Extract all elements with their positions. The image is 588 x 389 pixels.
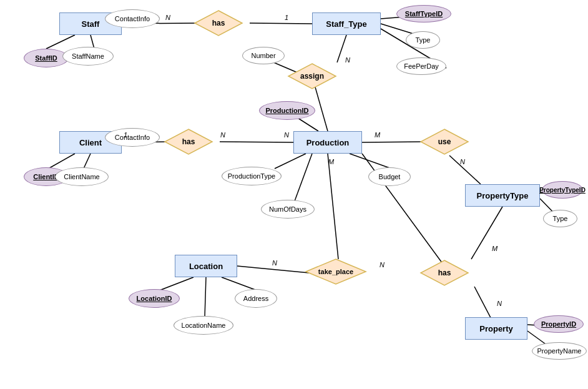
er-diagram: Staff Staff_Type Client Production Prope… <box>0 0 588 389</box>
ellipse-contact-info-1: ContactInfo <box>105 9 160 28</box>
ellipse-address: Address <box>235 289 277 308</box>
svg-line-12 <box>220 142 293 142</box>
ellipse-number: Number <box>242 47 285 64</box>
cardinality-n5: N <box>460 158 465 165</box>
ellipse-num-of-days: NumOfDays <box>261 200 315 219</box>
diamond-take-place: take_place <box>305 258 367 285</box>
diamond-assign: assign <box>287 62 337 90</box>
entity-property-type: PropertyType <box>465 184 540 207</box>
cardinality-n7: N <box>380 261 385 268</box>
ellipse-property-name: PropertyName <box>532 342 587 360</box>
ellipse-client-name: ClientName <box>55 167 109 186</box>
ellipse-property-type-id: PropertyTypeID <box>542 181 583 199</box>
ellipse-staff-name: StaffName <box>62 47 114 66</box>
ellipse-staff-id: StaffID <box>24 49 69 67</box>
ellipse-production-id: ProductionID <box>259 101 315 120</box>
svg-line-20 <box>362 142 424 142</box>
cardinality-n8: N <box>497 300 502 307</box>
ellipse-location-id: LocationID <box>129 289 180 308</box>
diamond-has1: has <box>194 9 243 37</box>
entity-property: Property <box>465 317 527 340</box>
ellipse-staff-type-id: StaffTypeID <box>396 5 451 22</box>
svg-line-18 <box>295 154 312 201</box>
svg-line-29 <box>237 266 309 273</box>
ellipse-fee-per-day: FeePerDay <box>396 57 446 75</box>
svg-line-5 <box>46 35 75 49</box>
cardinality-n1: N <box>165 14 170 21</box>
entity-location: Location <box>175 255 237 277</box>
cardinality-n2: N <box>345 56 350 64</box>
cardinality-n6: N <box>272 259 277 267</box>
svg-line-19 <box>350 154 391 169</box>
entity-production: Production <box>293 131 362 154</box>
cardinality-1b: 1 <box>124 131 127 139</box>
entity-staff-type: Staff_Type <box>312 12 381 35</box>
ellipse-budget: Budget <box>368 167 411 186</box>
cardinality-m2: M <box>328 158 334 165</box>
diamond-has3: has <box>419 259 469 287</box>
svg-line-32 <box>205 277 206 317</box>
cardinality-m3: M <box>492 245 497 252</box>
ellipse-location-name: LocationName <box>174 316 233 335</box>
cardinality-n3: N <box>220 131 225 139</box>
diamond-use: use <box>419 128 469 155</box>
svg-line-17 <box>275 154 306 169</box>
ellipse-production-type: ProductionType <box>222 167 282 185</box>
svg-line-28 <box>328 154 338 259</box>
ellipse-property-id: PropertyID <box>534 315 584 333</box>
cardinality-m1: M <box>375 131 380 139</box>
svg-line-1 <box>250 23 312 24</box>
ellipse-type-1: Type <box>406 31 440 49</box>
svg-line-24 <box>471 207 502 259</box>
diamond-has2: has <box>164 128 213 155</box>
ellipse-type-2: Type <box>543 210 577 227</box>
cardinality-1a: 1 <box>285 14 288 21</box>
svg-line-21 <box>449 155 481 184</box>
svg-line-30 <box>158 277 194 291</box>
ellipse-contact-info-2: ContactInfo <box>105 128 160 147</box>
cardinality-n4: N <box>284 131 289 139</box>
